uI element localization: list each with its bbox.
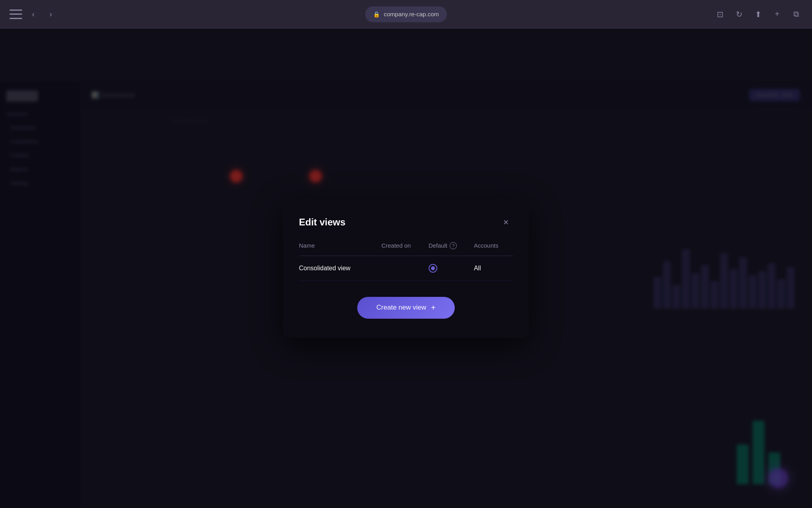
browser-controls: ‹ › [10, 8, 57, 21]
col-header-name: Name [299, 242, 381, 256]
modal-overlay[interactable]: Edit views × Name Created on Default ? [0, 29, 812, 508]
created-on-cell [381, 256, 429, 281]
address-bar[interactable]: 🔒 company.re-cap.com [365, 6, 447, 22]
default-radio-cell[interactable] [429, 256, 474, 281]
screen-options-button[interactable]: ⊡ [714, 8, 726, 21]
forward-button[interactable]: › [44, 8, 57, 21]
table-row: Consolidated view All [299, 256, 513, 281]
url-text: company.re-cap.com [384, 11, 439, 17]
modal-header: Edit views × [299, 215, 513, 229]
lock-icon: 🔒 [373, 11, 380, 17]
views-table: Name Created on Default ? Accounts [299, 242, 513, 281]
refresh-button[interactable]: ↻ [733, 8, 745, 21]
create-button-wrapper: Create new view + [299, 297, 513, 319]
create-new-view-button[interactable]: Create new view + [357, 297, 454, 319]
back-button[interactable]: ‹ [27, 8, 40, 21]
edit-views-modal: Edit views × Name Created on Default ? [283, 199, 529, 338]
col-header-default: Default ? [429, 242, 474, 256]
modal-title: Edit views [299, 217, 345, 228]
table-header-row: Name Created on Default ? Accounts [299, 242, 513, 256]
view-name-cell: Consolidated view [299, 256, 381, 281]
radio-inner-dot [431, 266, 435, 270]
default-info-icon: ? [450, 242, 457, 249]
col-header-accounts: Accounts [474, 242, 513, 256]
sidebar-toggle-icon[interactable] [10, 10, 22, 19]
default-radio[interactable] [429, 264, 437, 273]
share-button[interactable]: ⬆ [752, 8, 764, 21]
close-button[interactable]: × [499, 215, 513, 229]
col-header-created-on: Created on [381, 242, 429, 256]
browser-chrome: ‹ › 🔒 company.re-cap.com ⊡ ↻ ⬆ + ⧉ [0, 0, 812, 29]
browser-actions: ⊡ ↻ ⬆ + ⧉ [714, 8, 802, 21]
new-tab-button[interactable]: + [771, 8, 783, 21]
accounts-cell: All [474, 256, 513, 281]
plus-icon: + [431, 303, 436, 312]
tabs-button[interactable]: ⧉ [790, 8, 802, 21]
